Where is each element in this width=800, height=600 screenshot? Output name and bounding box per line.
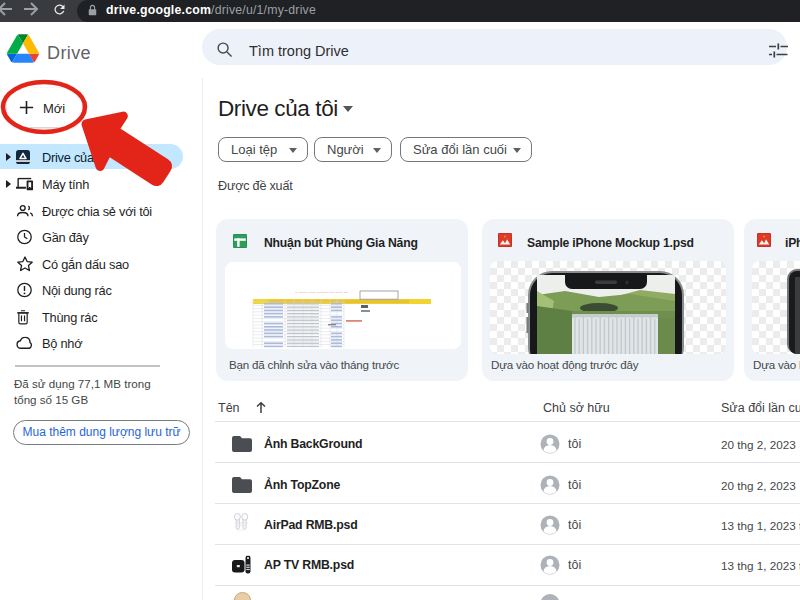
svg-text:~ ~~~~ ~~~ ~~~~~ ~~ ~~~ ~~: ~ ~~~~ ~~~ ~~~~~ ~~ ~~~ ~~ xyxy=(295,290,349,295)
